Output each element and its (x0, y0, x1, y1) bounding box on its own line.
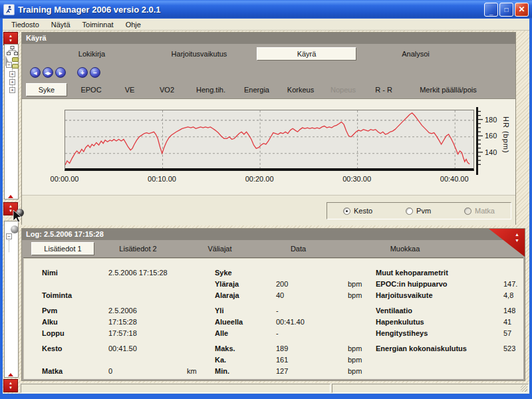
zoom-out-button[interactable]: − (90, 67, 100, 78)
subtab-merkit[interactable]: Merkit päällä/pois (406, 84, 490, 96)
hr-chart: 140160180 00:00.0000:10.0000:20.0000:30.… (22, 98, 515, 195)
subtab-hengtih[interactable]: Heng.tih. (190, 84, 232, 96)
down-arrow-icon: ▼ (515, 238, 519, 243)
log-row-clipped: -- ·· (42, 376, 523, 379)
title-bar: Training Manager 2006 versio 2.0.1 _ □ ✕ (0, 0, 532, 19)
hr-line-series (65, 113, 469, 165)
menu-bar: Tiedosto Näytä Toiminnat Ohje (3, 19, 529, 31)
tab-valiajat[interactable]: Väliajat (182, 243, 258, 255)
tree-expand-box[interactable]: + (9, 71, 15, 77)
pan-right-button[interactable]: ▶ (55, 67, 66, 78)
x-axis-labels: 00:00.0000:10.0000:20.0000:30.0000:40.00 (65, 175, 474, 184)
tree-expand-box-2[interactable]: + (9, 79, 15, 85)
subtab-ve[interactable]: VE (115, 84, 144, 96)
subtab-korkeus[interactable]: Korkeus (281, 84, 320, 96)
main-area: Käyrä Lokikirja Harjoitusvaikutus Käyrä … (20, 31, 529, 383)
panel-header: Käyrä (22, 33, 515, 44)
radio-kesto[interactable]: Kesto (343, 207, 372, 215)
tab-kayra[interactable]: Käyrä (257, 47, 356, 61)
scroll-up-arrow-icon[interactable] (8, 373, 13, 376)
curve-panel: Käyrä Lokikirja Harjoitusvaikutus Käyrä … (21, 32, 516, 225)
subtab-syke[interactable]: Syke (26, 83, 67, 96)
zoom-in-button[interactable]: + (77, 67, 88, 78)
x-tick-label: 00:20.00 (245, 175, 274, 183)
up-arrow-icon: ▲ (515, 232, 519, 237)
log-row: Ka.161bpm (42, 354, 523, 365)
tab-harjoitusvaikutus[interactable]: Harjoitusvaikutus (144, 48, 254, 60)
sidebar-collapse-button-top[interactable]: ▲ ▼ (3, 32, 18, 45)
window-title: Training Manager 2006 versio 2.0.1 (18, 5, 483, 15)
athlete-tree-panel: − + + + (4, 44, 19, 200)
x-tick-label: 00:00.00 (51, 175, 79, 183)
status-cell-left (21, 384, 331, 393)
window-border-left (0, 19, 3, 399)
app-body: ▲ ▼ − + + + ▲ ▼ (3, 31, 529, 394)
curve-type-tab-strip: Syke EPOC VE VO2 Heng.tih. Energia Korke… (22, 81, 515, 98)
maximize-button[interactable]: □ (499, 3, 513, 17)
folder-icon[interactable] (12, 64, 19, 68)
x-axis-mode-group: Kesto Pvm Matka (327, 202, 511, 219)
log-row: Matka0km Min.127bpm (42, 365, 523, 376)
y-axis-title: HR (bpm) (502, 116, 510, 154)
x-tick-label: 00:10.00 (148, 175, 176, 183)
sidebar-collapse-button-bottom[interactable]: ▲ ▼ (3, 379, 18, 392)
window-border-bottom (0, 394, 532, 399)
window-border-right (529, 19, 532, 399)
log-row: Pvm2.5.2006 Yli- Ventilaatio148 (42, 305, 523, 316)
menu-toiminnat[interactable]: Toiminnat (76, 20, 120, 29)
radio-dot (464, 207, 471, 215)
menu-ohje[interactable]: Ohje (120, 20, 147, 29)
tree-collapse-box[interactable]: − (6, 62, 12, 68)
sidebar: ▲ ▼ − + + + ▲ ▼ (3, 31, 20, 394)
tab-muokkaa[interactable]: Muokkaa (338, 243, 471, 255)
menu-tiedosto[interactable]: Tiedosto (5, 20, 45, 29)
hr-curve (65, 110, 473, 168)
subtab-vo2[interactable]: VO2 (150, 84, 184, 96)
resize-grip[interactable] (521, 385, 527, 392)
radio-dot (343, 207, 350, 215)
y-tick-label: 180 (485, 116, 497, 124)
pan-reset-button[interactable]: ◀▶ (43, 67, 53, 78)
scroll-up-arrow-icon[interactable] (8, 195, 13, 198)
log-row: Kesto00:41.50 Maks.189bpm Energian kokon… (42, 342, 523, 354)
log-node-icon[interactable] (11, 225, 19, 233)
minimize-button[interactable]: _ (484, 3, 498, 17)
tree-expand-box-3[interactable]: + (9, 87, 15, 93)
x-axis-mode-row: Kesto Pvm Matka (22, 195, 515, 225)
subtab-nopeus: Nopeus (325, 84, 361, 96)
log-row: Alku17:15:28 Alueella00:41.40 Hapenkulut… (42, 316, 523, 327)
y-tick-label: 160 (485, 132, 497, 140)
subtab-energia[interactable]: Energia (237, 84, 276, 96)
radio-matka: Matka (464, 207, 495, 215)
hr-plot-area[interactable] (65, 110, 474, 171)
log-tab-strip: Lisätiedot 1 Lisätiedot 2 Väliajat Data … (22, 240, 525, 257)
log-row: Nimi2.5.2006 17:15:28 Syke Muut kehopara… (42, 267, 523, 278)
tab-lisatiedot1[interactable]: Lisätiedot 1 (31, 242, 94, 255)
tab-lisatiedot2[interactable]: Lisätiedot 2 (100, 243, 176, 255)
x-tick-label: 00:40.00 (440, 175, 469, 183)
org-chart-icon (7, 46, 19, 56)
subtab-epoc[interactable]: EPOC (72, 84, 110, 96)
tree-collapse-box[interactable]: − (6, 233, 12, 239)
mouse-cursor-icon (11, 207, 27, 225)
status-bar (20, 383, 529, 394)
log-row: Toiminta Alaraja40bpm Harjoitusvaikute4,… (42, 289, 523, 301)
log-panel: Log: 2.5.2006 17:15:28 ▲ ▼ Lisätiedot 1 … (21, 228, 525, 381)
y-tick-label: 140 (485, 148, 497, 156)
menu-nayta[interactable]: Näytä (45, 20, 76, 29)
main-tab-strip: Lokikirja Harjoitusvaikutus Käyrä Analys… (22, 44, 515, 64)
radio-pvm[interactable]: Pvm (406, 207, 431, 215)
log-row: Loppu17:57:18 Alle- Hengitystiheys57 (42, 327, 523, 338)
down-arrow-icon: ▼ (9, 39, 13, 43)
tab-analysoi[interactable]: Analysoi (359, 48, 472, 60)
x-tick-label: 00:30.00 (342, 175, 371, 183)
subtab-rr[interactable]: R - R (366, 84, 401, 96)
tab-data[interactable]: Data (263, 243, 333, 255)
down-arrow-icon: ▼ (9, 386, 13, 390)
pan-left-button[interactable]: ◀ (30, 67, 41, 78)
app-icon (3, 4, 15, 15)
folder-icon[interactable] (12, 57, 19, 62)
tab-lokikirja[interactable]: Lokikirja (42, 48, 142, 60)
close-button[interactable]: ✕ (515, 3, 529, 17)
log-details: Nimi2.5.2006 17:15:28 Syke Muut kehopara… (23, 257, 523, 379)
